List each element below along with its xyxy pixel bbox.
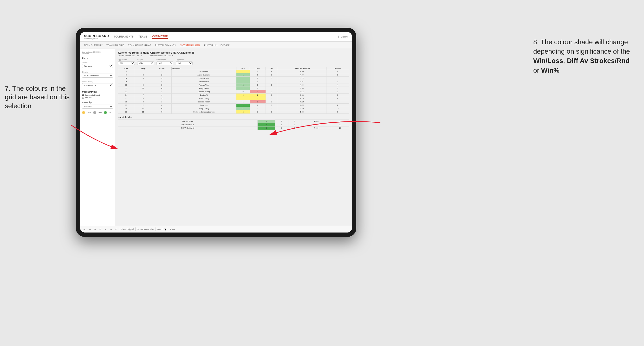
watch-button[interactable]: Watch: [157, 228, 163, 231]
radio-top100-dot: [82, 97, 84, 99]
view-original-button[interactable]: View: Original: [121, 228, 134, 231]
cell-reg: 8: [134, 97, 152, 100]
ood-table-row: Foreign Team 1 0 0 4.500 2: [118, 120, 349, 123]
filter-region-select[interactable]: (All): [137, 61, 154, 65]
cell-ood-label: NCAA Division 2: [118, 127, 258, 130]
grid-button[interactable]: ⊡: [98, 228, 102, 231]
division-select[interactable]: NCAA Division III: [82, 74, 113, 78]
cell-tie: 0: [266, 80, 277, 83]
filter-opponents-select[interactable]: (All): [118, 61, 135, 65]
header-right: | Sign out: [338, 35, 348, 38]
col-conf: # Conf: [152, 67, 172, 70]
cell-conf: 7: [152, 110, 172, 114]
cell-diff: -3.00: [277, 90, 326, 94]
cell-win: 1: [236, 77, 250, 80]
cell-reg: 10: [134, 107, 152, 110]
sub-nav-team-h2h-grid[interactable]: TEAM H2H GRID: [106, 43, 124, 47]
cell-win: 1: [236, 80, 250, 83]
filters-row: Opponents: (All) Region (All) Conference: [118, 59, 349, 65]
cell-opponent: Sharon Mun: [172, 80, 236, 83]
gender-select[interactable]: Women's: [82, 64, 113, 68]
refresh-button[interactable]: ⟳: [93, 228, 97, 231]
cell-div: 16: [118, 100, 134, 104]
cell-ood-label: NAIA Division 1: [118, 123, 258, 127]
cell-rounds: 3: [326, 73, 349, 77]
legend-row: Down Level Up: [82, 111, 113, 114]
redo-button[interactable]: ↪: [88, 228, 92, 231]
down-button[interactable]: ↙: [104, 228, 108, 231]
cell-opponent: Emily Chang: [172, 107, 236, 110]
cell-reg: 2: [134, 104, 152, 107]
cell-win: 1: [236, 73, 250, 77]
cell-win: 2: [236, 110, 250, 114]
overall-record-value: 353 - 34 - 6: [132, 55, 142, 57]
table-row: 13 1 1 Jessica Huang 0 1 0 -3.00 2: [118, 90, 349, 94]
colour-by-select[interactable]: Win/loss: [82, 105, 113, 109]
cell-loss: 0: [250, 87, 266, 90]
col-reg: # Reg: [134, 67, 152, 70]
content-area: Last Updated: 27/03/2024 16:55:38 Player…: [80, 49, 352, 226]
table-row: 14 7 4 Eunice Yi 2 2 0 0.38 9: [118, 94, 349, 97]
cell-div: 20: [118, 110, 134, 114]
cell-tie: 1: [266, 70, 277, 73]
col-tie: Tie: [266, 67, 277, 70]
cell-diff: -0.94: [277, 100, 326, 104]
cell-loss: 1: [250, 97, 266, 100]
sub-nav-player-h2h-grid[interactable]: PLAYER H2H GRID: [180, 43, 200, 47]
cell-tie: 0: [266, 107, 277, 110]
nav-teams[interactable]: TEAMS: [138, 35, 147, 38]
legend-up-label: Up: [109, 112, 111, 114]
left-sidebar: Last Updated: 27/03/2024 16:55:38 Player…: [80, 49, 115, 226]
cell-rounds: 2: [326, 90, 349, 94]
nav-tournaments[interactable]: TOURNAMENTS: [114, 35, 134, 38]
share-button[interactable]: Share: [170, 228, 175, 231]
cell-loss: 0: [250, 104, 266, 107]
cell-win: 1: [236, 70, 250, 73]
cell-tie: 0: [266, 97, 277, 100]
cell-ood-rounds: 30: [331, 123, 349, 127]
radio-opponents-played[interactable]: Opponents Played: [82, 94, 113, 96]
cell-conf: 3: [152, 77, 172, 80]
player-rank-select[interactable]: 8. Katelyn Vo: [82, 83, 113, 87]
table-row: 6 3 3 Sydney Kuo 1 0 0 -1.00: [118, 77, 349, 80]
sub-nav-player-h2h-heatmap[interactable]: PLAYER H2H HEATMAP: [204, 43, 230, 47]
cell-diff: -1.00: [277, 77, 326, 80]
cell-rounds: 3: [326, 80, 349, 83]
cell-reg: 1: [134, 90, 152, 94]
sub-nav-team-h2h-heatmap[interactable]: TEAM H2H HEATMAP: [128, 43, 151, 47]
filter-opponents-label: Opponents:: [118, 59, 135, 61]
dots-button[interactable]: ···: [109, 228, 113, 231]
cell-opponent: Alexis Sudjianto: [172, 73, 236, 77]
cell-conf: 4: [152, 80, 172, 83]
filter-conference: Conference (All): [156, 59, 173, 65]
cell-ood-tie: 0: [288, 127, 301, 130]
sub-nav-player-summary[interactable]: PLAYER SUMMARY: [155, 43, 176, 47]
cell-loss: 0: [250, 83, 266, 87]
cell-win: 1: [236, 100, 250, 104]
bold-win-loss: Win/Loss: [533, 57, 563, 64]
sign-out-button[interactable]: Sign out: [341, 36, 348, 38]
cell-conf: 5: [152, 97, 172, 100]
nav-committee[interactable]: COMMITTEE: [152, 35, 168, 39]
cell-ood-rounds: 10: [331, 127, 349, 130]
filter-opponent-select[interactable]: (All): [176, 61, 192, 65]
filter-conference-select[interactable]: (All): [156, 61, 173, 65]
radio-top100[interactable]: Top 100: [82, 97, 113, 99]
cell-win: 2: [236, 83, 250, 87]
cell-win: 1: [236, 97, 250, 100]
overall-record-label: Overall Record:: [118, 55, 132, 57]
undo-button[interactable]: ↩: [82, 228, 86, 231]
cell-tie: 0: [266, 73, 277, 77]
cell-reg: 3: [134, 100, 152, 104]
grid-records: Overall Record: 353 - 34 - 6 Division Re…: [118, 55, 349, 57]
bold-win-pct: Win%: [541, 67, 560, 74]
cell-ood-loss: 0: [275, 120, 288, 123]
legend-level-dot: [93, 111, 96, 114]
sub-nav-team-summary[interactable]: TEAM SUMMARY: [84, 43, 102, 47]
cell-loss: 0: [250, 80, 266, 83]
cell-tie: 0: [266, 94, 277, 97]
opponent-view-title: Opponent view: [82, 91, 113, 93]
cell-opponent: Andrea York: [172, 83, 236, 87]
save-custom-button[interactable]: Save Custom View: [137, 228, 154, 231]
circle-button[interactable]: ⊙: [114, 228, 118, 231]
